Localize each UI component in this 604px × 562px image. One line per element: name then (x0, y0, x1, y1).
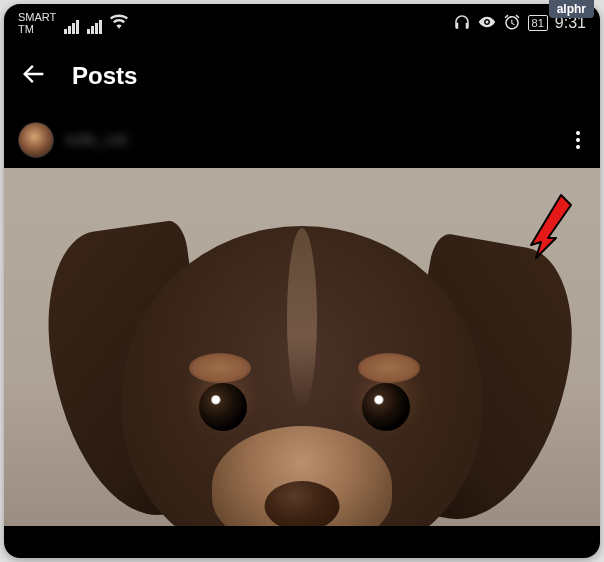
signal-icon (87, 20, 102, 34)
status-left: SMART TM (18, 11, 128, 35)
status-bar: SMART TM (4, 4, 600, 42)
back-button[interactable] (20, 60, 48, 92)
author-left[interactable]: koffe_145 (18, 122, 127, 158)
signal-cluster (64, 13, 128, 34)
device-frame: SMART TM (4, 4, 600, 558)
page-title: Posts (72, 62, 137, 90)
signal-icon (64, 20, 79, 34)
battery-level: 81 (532, 17, 544, 29)
username[interactable]: koffe_145 (66, 132, 127, 148)
wifi-icon (110, 13, 128, 34)
post-image[interactable] (4, 168, 600, 526)
back-arrow-icon (20, 60, 48, 88)
more-options-button[interactable] (570, 123, 586, 157)
alarm-icon (503, 13, 521, 34)
post-author-row: koffe_145 (4, 112, 600, 168)
eye-icon (478, 13, 496, 34)
avatar[interactable] (18, 122, 54, 158)
headphones-icon (453, 13, 471, 34)
brand-badge: alphr (549, 0, 594, 18)
carrier-label: SMART TM (18, 11, 56, 35)
dog-photo (4, 168, 600, 526)
battery-indicator: 81 (528, 15, 548, 31)
more-vertical-icon (576, 131, 580, 149)
app-header: Posts (4, 42, 600, 112)
